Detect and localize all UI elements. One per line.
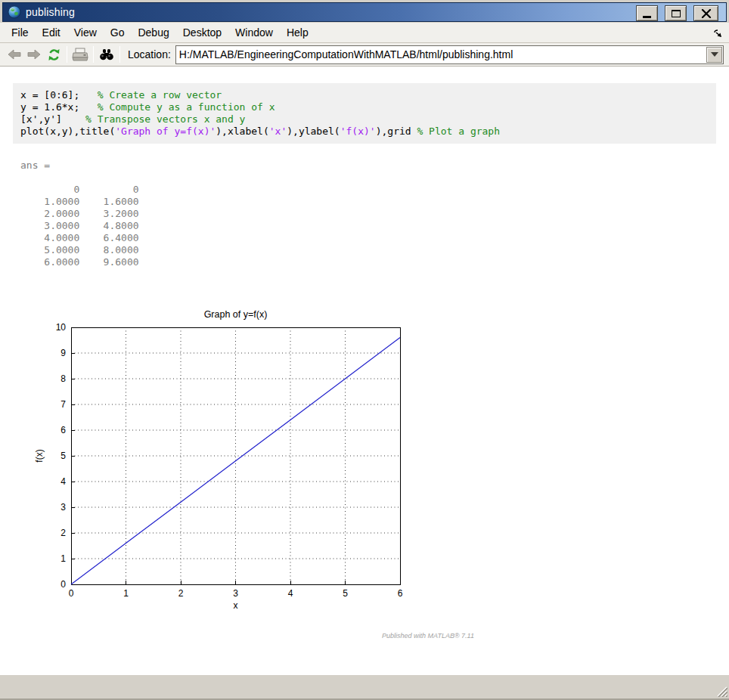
- y-tick-label: 6: [60, 425, 66, 435]
- close-icon: [701, 9, 712, 18]
- browser-toolbar: Location:: [0, 43, 729, 67]
- location-dropdown-button[interactable]: [706, 47, 722, 63]
- resize-grip-icon[interactable]: [716, 686, 727, 697]
- toolbar-separator: [119, 46, 120, 63]
- x-tick-label: 1: [123, 588, 129, 599]
- find-button[interactable]: [97, 45, 116, 63]
- maximize-button[interactable]: [665, 5, 687, 21]
- y-tick-label: 8: [60, 373, 66, 384]
- close-button[interactable]: [693, 5, 718, 21]
- title-bar: publishing: [2, 2, 727, 22]
- menu-item-debug[interactable]: Debug: [131, 23, 175, 42]
- location-input[interactable]: [176, 46, 706, 63]
- toolbar-separator: [93, 46, 94, 63]
- print-button[interactable]: [70, 45, 90, 63]
- globe-icon: [8, 5, 21, 19]
- refresh-icon: [47, 48, 61, 62]
- browser-window: publishing FileEditViewGoDebugDesktopWin…: [0, 0, 729, 700]
- plot-figure: 0123456012345678910Graph of y=f(x)xf(x): [30, 305, 427, 622]
- y-tick-label: 3: [60, 502, 66, 513]
- back-arrow-icon: [7, 48, 22, 60]
- x-tick-label: 5: [343, 588, 348, 599]
- forward-arrow-icon: [26, 48, 42, 60]
- menu-item-help[interactable]: Help: [280, 23, 315, 42]
- chevron-down-icon: [711, 52, 718, 57]
- y-tick-label: 4: [60, 476, 66, 487]
- y-tick-label: 10: [56, 322, 67, 333]
- code-text: x = [0:6]; % Create a row vector y = 1.6…: [20, 89, 709, 138]
- menu-item-window[interactable]: Window: [228, 23, 280, 42]
- x-tick-label: 2: [178, 588, 184, 599]
- window-title: publishing: [26, 6, 75, 18]
- plot-title: Graph of y=f(x): [204, 309, 268, 320]
- output-block: ans = 0 0 1.0000 1.6000 2.0000 3.2000 3.…: [20, 160, 139, 268]
- maximize-icon: [672, 10, 681, 17]
- menu-bar: FileEditViewGoDebugDesktopWindowHelp: [0, 23, 729, 43]
- x-axis-label: x: [234, 600, 238, 611]
- back-button[interactable]: [5, 45, 24, 63]
- refresh-button[interactable]: [44, 45, 64, 63]
- menu-item-view[interactable]: View: [67, 23, 104, 42]
- data-line: [71, 338, 400, 584]
- binoculars-icon: [98, 48, 115, 61]
- y-tick-label: 5: [60, 451, 66, 461]
- y-axis-label: f(x): [34, 449, 45, 462]
- toolbar-separator: [67, 46, 67, 63]
- y-tick-label: 1: [60, 553, 66, 564]
- curved-arrow-icon[interactable]: [712, 28, 723, 39]
- minimize-icon: [643, 16, 651, 18]
- y-tick-label: 2: [60, 528, 66, 538]
- page-content: x = [0:6]; % Create a row vector y = 1.6…: [0, 67, 729, 675]
- y-tick-label: 7: [60, 399, 66, 410]
- forward-button[interactable]: [24, 45, 44, 63]
- y-tick-label: 0: [60, 579, 66, 590]
- menu-item-desktop[interactable]: Desktop: [176, 23, 228, 42]
- x-tick-label: 6: [398, 588, 403, 599]
- y-tick-label: 9: [60, 348, 66, 358]
- x-tick-label: 0: [69, 588, 74, 599]
- status-bar: [0, 675, 729, 700]
- menu-item-file[interactable]: File: [5, 23, 36, 42]
- location-combo: [175, 45, 724, 64]
- x-tick-label: 4: [288, 588, 293, 599]
- location-label: Location:: [128, 48, 171, 60]
- code-block: x = [0:6]; % Create a row vector y = 1.6…: [13, 83, 716, 144]
- printer-icon: [72, 48, 88, 62]
- menu-item-edit[interactable]: Edit: [36, 23, 67, 42]
- x-tick-label: 3: [233, 588, 238, 599]
- menu-item-go[interactable]: Go: [104, 23, 132, 42]
- minimize-button[interactable]: [636, 5, 658, 21]
- footer-text: Published with MATLAB® 7.11: [375, 632, 481, 640]
